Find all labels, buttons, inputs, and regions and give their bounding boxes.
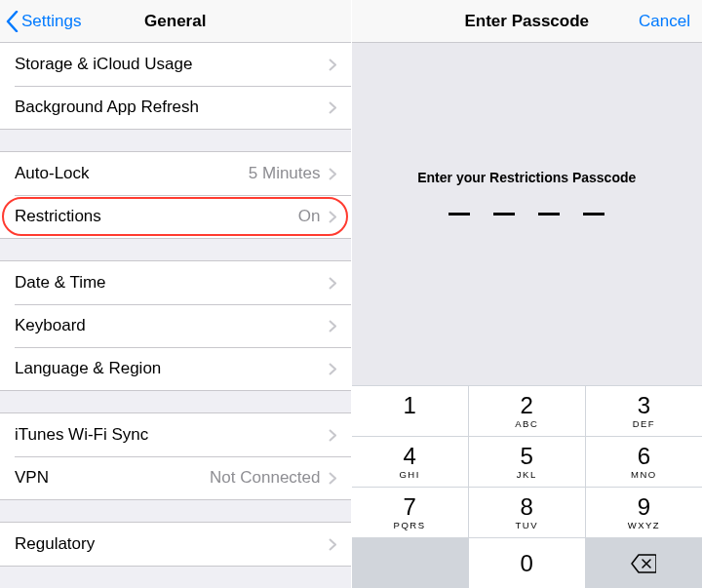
settings-group: iTunes Wi-Fi Sync VPN Not Connected (0, 412, 351, 500)
chevron-right-icon (329, 168, 336, 180)
back-button[interactable]: Settings (6, 11, 81, 32)
numeric-keypad: 1 2 ABC 3 DEF 4 GHI 5 JKL 6 MNO 7 PQRS 8 (352, 385, 703, 588)
key-digit: 3 (638, 394, 650, 417)
cell-restrictions[interactable]: Restrictions On (0, 195, 351, 238)
back-label: Settings (21, 12, 81, 31)
key-digit: 7 (403, 495, 415, 519)
keypad-4[interactable]: 4 GHI (352, 437, 468, 487)
chevron-right-icon (329, 277, 336, 290)
page-title: Enter Passcode (464, 12, 589, 31)
cell-label: Regulatory (15, 534, 329, 554)
keypad-backspace[interactable] (586, 538, 702, 588)
cell-language-region[interactable]: Language & Region (0, 347, 351, 390)
settings-group: Regulatory (0, 522, 351, 567)
chevron-right-icon (329, 59, 336, 71)
keypad-5[interactable]: 5 JKL (469, 437, 585, 487)
cell-detail: 5 Minutes (249, 164, 321, 183)
key-digit: 8 (521, 495, 533, 519)
cell-keyboard[interactable]: Keyboard (0, 304, 351, 347)
keypad-1[interactable]: 1 (352, 386, 468, 436)
cell-label: Restrictions (15, 207, 298, 226)
passcode-dash (583, 213, 604, 216)
key-digit: 4 (403, 445, 415, 468)
page-title: General (144, 12, 206, 31)
key-letters: JKL (517, 469, 537, 479)
chevron-right-icon (329, 320, 336, 333)
key-digit: 6 (638, 445, 650, 468)
passcode-field (448, 213, 604, 216)
settings-general-pane: Settings General Storage & iCloud Usage … (0, 0, 352, 588)
keypad-2[interactable]: 2 ABC (469, 386, 585, 436)
settings-group: Date & Time Keyboard Language & Region (0, 260, 351, 391)
passcode-dash (538, 213, 560, 216)
cell-label: Auto-Lock (15, 164, 249, 183)
keypad-3[interactable]: 3 DEF (586, 386, 702, 436)
keypad-7[interactable]: 7 PQRS (352, 488, 468, 537)
chevron-left-icon (6, 11, 19, 32)
cell-itunes-wifi-sync[interactable]: iTunes Wi-Fi Sync (0, 413, 351, 456)
cell-regulatory[interactable]: Regulatory (0, 523, 351, 566)
navbar: Settings General (0, 0, 351, 43)
key-letters: TUV (515, 520, 538, 529)
key-letters: GHI (399, 469, 419, 479)
chevron-right-icon (329, 211, 336, 223)
passcode-dash (448, 213, 470, 216)
cell-label: Date & Time (15, 273, 329, 293)
cancel-button[interactable]: Cancel (639, 12, 690, 31)
cell-detail: Not Connected (210, 468, 320, 488)
cell-label: Storage & iCloud Usage (15, 55, 329, 74)
cell-background-app-refresh[interactable]: Background App Refresh (0, 86, 351, 129)
settings-group: Auto-Lock 5 Minutes Restrictions On (0, 151, 351, 239)
cell-label: Keyboard (15, 316, 329, 335)
cell-label: VPN (15, 468, 210, 488)
chevron-right-icon (329, 101, 336, 114)
cell-vpn[interactable]: VPN Not Connected (0, 456, 351, 499)
chevron-right-icon (329, 472, 336, 485)
cell-auto-lock[interactable]: Auto-Lock 5 Minutes (0, 152, 351, 195)
cell-label: Background App Refresh (15, 98, 329, 117)
chevron-right-icon (329, 538, 336, 551)
passcode-body: Enter your Restrictions Passcode (352, 43, 703, 385)
key-digit: 0 (521, 552, 533, 575)
cell-label: Language & Region (15, 359, 329, 378)
keypad-9[interactable]: 9 WXYZ (586, 488, 702, 537)
chevron-right-icon (329, 429, 336, 442)
keypad-0[interactable]: 0 (469, 538, 585, 588)
key-digit: 5 (521, 445, 533, 468)
key-letters: PQRS (394, 520, 426, 529)
cell-date-time[interactable]: Date & Time (0, 261, 351, 304)
passcode-pane: Enter Passcode Cancel Enter your Restric… (352, 0, 703, 588)
navbar: Enter Passcode Cancel (352, 0, 703, 43)
key-digit: 1 (403, 394, 415, 417)
passcode-prompt: Enter your Restrictions Passcode (417, 170, 636, 185)
key-digit: 2 (521, 394, 533, 417)
settings-group: Storage & iCloud Usage Background App Re… (0, 43, 351, 130)
keypad-blank (352, 538, 468, 588)
key-letters: ABC (515, 418, 538, 428)
key-letters: DEF (633, 418, 656, 428)
cell-storage-icloud[interactable]: Storage & iCloud Usage (0, 43, 351, 86)
passcode-dash (493, 213, 515, 216)
cell-detail: On (298, 207, 321, 226)
key-letters: MNO (631, 469, 657, 479)
backspace-icon (631, 554, 656, 573)
chevron-right-icon (329, 363, 336, 375)
keypad-8[interactable]: 8 TUV (469, 488, 585, 537)
key-letters: WXYZ (628, 520, 660, 529)
key-digit: 9 (638, 495, 650, 519)
keypad-6[interactable]: 6 MNO (586, 437, 702, 487)
cell-label: iTunes Wi-Fi Sync (15, 425, 329, 445)
